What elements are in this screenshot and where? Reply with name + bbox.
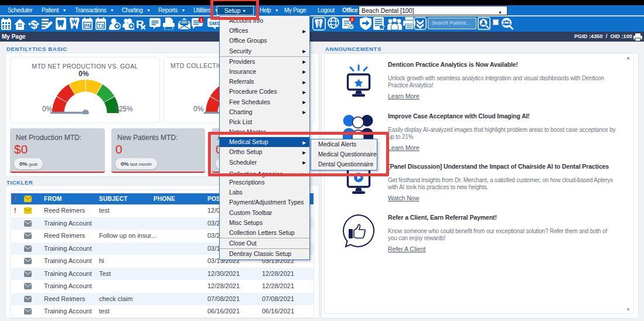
svg-text:PN: PN bbox=[84, 23, 91, 29]
svg-text:3: 3 bbox=[317, 20, 320, 26]
svg-text:$: $ bbox=[31, 18, 38, 30]
svg-text:2: 2 bbox=[351, 17, 354, 22]
svg-text:1: 1 bbox=[200, 18, 203, 23]
svg-text:SMS: SMS bbox=[209, 21, 220, 26]
svg-text:TX: TX bbox=[98, 23, 104, 29]
